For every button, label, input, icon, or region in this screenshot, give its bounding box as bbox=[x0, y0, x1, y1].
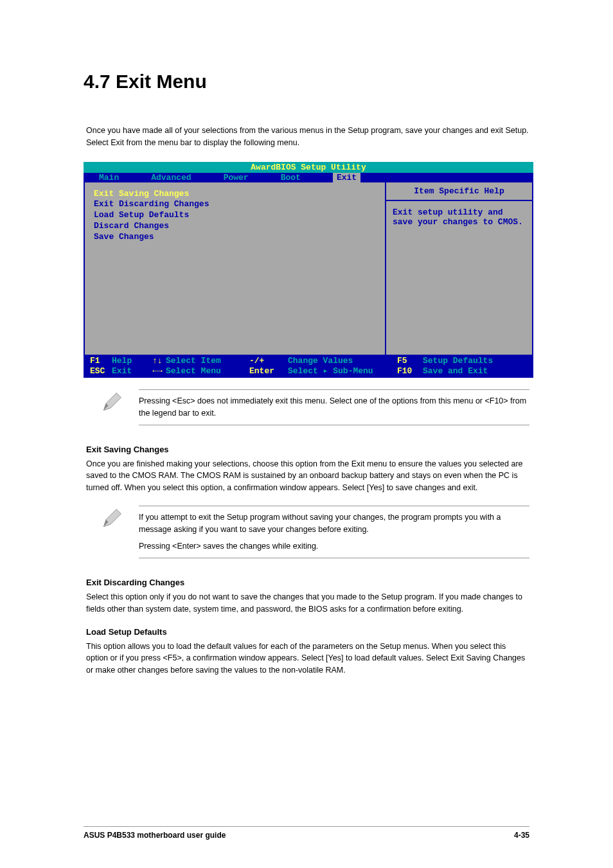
legend-select-submenu: Select ▸ Sub-Menu bbox=[288, 366, 397, 376]
subsection-load-defaults-body: This option allows you to load the defau… bbox=[86, 641, 529, 677]
bios-help-title: Item Specific Help bbox=[386, 186, 532, 201]
bios-tab-bar: Main Advanced Power Boot Exit bbox=[84, 173, 533, 182]
subsection-exit-saving: Exit Saving Changes Once you are finishe… bbox=[86, 445, 529, 494]
footer-left: ASUS P4B533 motherboard user guide bbox=[84, 831, 226, 840]
bios-body: Exit Saving Changes Exit Discarding Chan… bbox=[84, 182, 533, 356]
pencil-icon bbox=[100, 391, 123, 416]
legend-f1-key: F1 bbox=[90, 356, 112, 366]
bios-legend-bar: F1 Help ↑↓ Select Item -/+ Change Values… bbox=[84, 356, 533, 378]
bios-item-exit-saving: Exit Saving Changes bbox=[94, 189, 376, 200]
subsection-exit-saving-title: Exit Saving Changes bbox=[86, 445, 529, 454]
subsection-load-defaults: Load Setup Defaults This option allows y… bbox=[86, 627, 529, 677]
legend-enter-key: Enter bbox=[249, 366, 288, 376]
section-title: 4.7 Exit Menu bbox=[84, 71, 529, 93]
bios-screenshot: AwardBIOS Setup Utility Main Advanced Po… bbox=[84, 162, 533, 378]
note-1-text: Pressing <Esc> does not immediately exit… bbox=[139, 389, 529, 425]
subsection-exit-discarding-title: Exit Discarding Changes bbox=[86, 578, 529, 587]
bios-item-discard-changes: Discard Changes bbox=[94, 221, 376, 232]
bios-utility-title: AwardBIOS Setup Utility bbox=[84, 162, 533, 173]
legend-f5-key: F5 bbox=[397, 356, 423, 366]
note-block-1: Pressing <Esc> does not immediately exit… bbox=[100, 389, 529, 425]
bios-help-body: Exit setup utility and save your changes… bbox=[393, 208, 526, 227]
bios-tab-advanced: Advanced bbox=[151, 173, 191, 182]
legend-f10-key: F10 bbox=[397, 366, 423, 376]
legend-change-values: Change Values bbox=[288, 356, 397, 366]
legend-esc-desc: Exit bbox=[112, 366, 149, 376]
bios-help-panel: Item Specific Help Exit setup utility an… bbox=[386, 182, 533, 356]
legend-leftright-icon: ←→ bbox=[149, 366, 166, 376]
bios-legend-row1: F1 Help ↑↓ Select Item -/+ Change Values… bbox=[90, 356, 527, 366]
bios-item-save-changes: Save Changes bbox=[94, 232, 376, 243]
legend-select-menu: Select Menu bbox=[166, 366, 249, 376]
note-1-body: Pressing <Esc> does not immediately exit… bbox=[139, 395, 529, 420]
legend-esc-key: ESC bbox=[90, 366, 112, 376]
legend-setup-defaults: Setup Defaults bbox=[423, 356, 493, 366]
bios-tab-exit: Exit bbox=[333, 173, 360, 182]
legend-save-and-exit: Save and Exit bbox=[423, 366, 488, 376]
note-2-text: If you attempt to exit the Setup program… bbox=[139, 506, 529, 558]
page-content: 4.7 Exit Menu Once you have made all of … bbox=[0, 0, 613, 702]
subsection-load-defaults-title: Load Setup Defaults bbox=[86, 627, 529, 637]
legend-plusminus-key: -/+ bbox=[249, 356, 288, 366]
bios-tab-boot: Boot bbox=[281, 173, 301, 182]
pencil-icon bbox=[100, 507, 123, 533]
subsection-exit-discarding: Exit Discarding Changes Select this opti… bbox=[86, 578, 529, 616]
intro-paragraph: Once you have made all of your selection… bbox=[86, 125, 529, 149]
note-block-2: If you attempt to exit the Setup program… bbox=[100, 506, 529, 558]
legend-f1-desc: Help bbox=[112, 356, 149, 366]
note-2-p1: If you attempt to exit the Setup program… bbox=[139, 511, 529, 536]
legend-select-item: Select Item bbox=[166, 356, 249, 366]
legend-updown-icon: ↑↓ bbox=[149, 356, 166, 366]
bios-legend-row2: ESC Exit ←→ Select Menu Enter Select ▸ S… bbox=[90, 366, 527, 376]
footer-right: 4-35 bbox=[514, 831, 529, 840]
page-footer: ASUS P4B533 motherboard user guide 4-35 bbox=[84, 826, 529, 840]
note-2-p2: Pressing <Enter> saves the changes while… bbox=[139, 540, 529, 553]
subsection-exit-saving-body: Once you are finished making your select… bbox=[86, 458, 529, 494]
bios-item-load-defaults: Load Setup Defaults bbox=[94, 210, 376, 221]
bios-tab-main: Main bbox=[99, 173, 119, 182]
bios-menu-panel: Exit Saving Changes Exit Discarding Chan… bbox=[84, 182, 386, 356]
bios-tab-power: Power bbox=[224, 173, 249, 182]
subsection-exit-discarding-body: Select this option only if you do not wa… bbox=[86, 591, 529, 616]
bios-item-exit-discarding: Exit Discarding Changes bbox=[94, 199, 376, 210]
